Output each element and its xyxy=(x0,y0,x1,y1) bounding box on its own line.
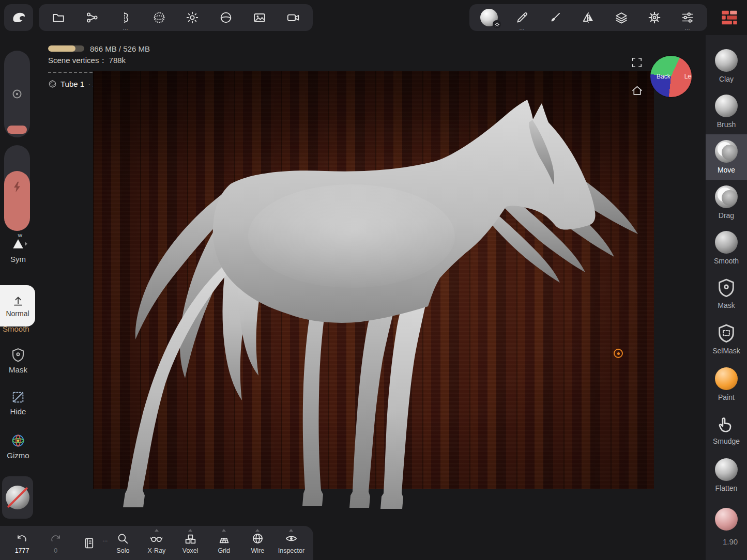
wire-label: Wire xyxy=(251,547,264,554)
history-book-icon xyxy=(83,537,96,550)
more-options-dots: … xyxy=(519,25,525,30)
matcap-preview-button[interactable] xyxy=(477,5,501,30)
undo-button[interactable]: 1777 xyxy=(6,532,38,554)
scene-graph-button[interactable] xyxy=(80,5,104,30)
hide-mode-button[interactable]: Hide xyxy=(4,390,32,416)
layers-icon xyxy=(615,11,628,24)
tool-smooth[interactable]: Smooth xyxy=(706,225,747,271)
tool-clay[interactable]: Clay xyxy=(706,43,747,89)
scene-vertices-value: 788k xyxy=(109,56,126,65)
lighting-sun-icon xyxy=(186,11,199,24)
xray-label: X-Ray xyxy=(148,547,166,554)
submenu-caret-icon xyxy=(222,529,226,532)
no-sculpt-tool-button[interactable] xyxy=(2,476,33,519)
intensity-radio-icon xyxy=(11,88,23,100)
orientation-trackball[interactable]: Back Le xyxy=(650,56,692,97)
inspector-label: Inspector xyxy=(278,547,304,554)
tool-selmask[interactable]: SelMask xyxy=(706,316,747,362)
submenu-caret-icon xyxy=(188,529,192,532)
radius-slider-fill[interactable] xyxy=(4,171,30,231)
object-name: Tube 1 xyxy=(60,80,84,88)
symmetry-triangle-icon xyxy=(11,237,25,250)
gizmo-label: Gizmo xyxy=(7,451,29,460)
app-window: … xyxy=(0,0,747,560)
tool-drag[interactable]: Drag xyxy=(706,180,747,225)
voxel-cubes-icon xyxy=(184,532,197,545)
stroke-button[interactable]: … xyxy=(510,5,534,30)
tool-brush[interactable]: Brush xyxy=(706,89,747,134)
falloff-brush-icon xyxy=(548,11,562,24)
zoom-level-text: 1.90 xyxy=(723,537,738,546)
layers-button[interactable] xyxy=(609,5,633,30)
more-options-dots: … xyxy=(123,25,129,30)
memory-usage-bar xyxy=(48,45,84,52)
brush-cursor xyxy=(614,349,623,358)
mask-shield-icon xyxy=(716,277,737,298)
tool-smudge[interactable]: Smudge xyxy=(706,407,747,453)
magnifier-icon xyxy=(116,532,129,545)
files-button[interactable] xyxy=(47,5,70,30)
adjust-sliders-icon xyxy=(681,11,694,24)
xray-button[interactable]: X-Ray xyxy=(141,532,173,554)
tool-paint[interactable]: Paint xyxy=(706,362,747,407)
symmetry-toggle-button[interactable]: W Sym xyxy=(4,237,32,263)
brush-settings-toolbar: … xyxy=(469,4,707,31)
camera-button[interactable] xyxy=(281,5,305,30)
settings-button[interactable] xyxy=(643,5,666,30)
primitive-shape-button[interactable]: … xyxy=(114,5,138,30)
voxel-button[interactable]: Voxel xyxy=(174,532,206,554)
inspector-button[interactable]: Inspector xyxy=(275,532,307,554)
hide-dotted-icon xyxy=(11,390,25,405)
viewport-background[interactable] xyxy=(93,71,654,489)
scene-toolbar: … xyxy=(39,4,313,31)
tool-next-partial[interactable] xyxy=(706,498,747,543)
symmetry-button[interactable] xyxy=(576,5,600,30)
fullscreen-button[interactable] xyxy=(630,56,644,69)
home-icon xyxy=(631,85,643,97)
files-icon xyxy=(52,11,65,24)
gizmo-button[interactable]: Gizmo xyxy=(4,433,32,460)
wire-sphere-icon xyxy=(251,532,264,545)
submenu-caret-icon xyxy=(255,529,260,532)
tool-flatten[interactable]: Flatten xyxy=(706,453,747,498)
material-sphere-icon xyxy=(219,11,233,24)
adjust-button[interactable]: … xyxy=(676,5,699,30)
drag-sphere-icon xyxy=(715,185,738,208)
radius-slider[interactable] xyxy=(4,145,30,231)
symmetry-mirror-icon xyxy=(582,11,595,24)
tool-mask[interactable]: Mask xyxy=(706,271,747,316)
background-button[interactable] xyxy=(248,5,271,30)
selmask-shield-icon xyxy=(716,323,737,344)
scene-graph-icon xyxy=(85,11,99,24)
trackball-back-label: Back xyxy=(657,73,670,80)
topology-sphere-icon xyxy=(153,11,166,24)
intensity-slider-fill[interactable] xyxy=(7,126,27,134)
submenu-caret-icon xyxy=(155,529,159,532)
matcap-gear-badge xyxy=(493,20,501,28)
voxel-label: Voxel xyxy=(182,547,199,554)
intensity-slider[interactable] xyxy=(4,51,30,137)
mask-shield-icon xyxy=(10,347,26,363)
trackball-left-label: Le xyxy=(684,73,691,80)
solo-label: Solo xyxy=(116,547,129,554)
solo-button[interactable]: Solo xyxy=(107,532,139,554)
brush-sphere-icon xyxy=(715,95,738,117)
mask-label: Mask xyxy=(9,365,27,374)
memory-usage-text: 866 MB / 526 MB xyxy=(90,44,150,53)
falloff-button[interactable] xyxy=(543,5,567,30)
wire-button[interactable]: Wire xyxy=(241,532,273,554)
home-view-button[interactable] xyxy=(630,84,644,97)
topology-button[interactable] xyxy=(147,5,171,30)
mask-mode-button[interactable]: Mask xyxy=(4,347,32,374)
hide-label: Hide xyxy=(10,407,26,416)
redo-button[interactable]: 0 xyxy=(40,532,72,554)
tool-sidebar: Clay Brush Move Drag Smooth Mask xyxy=(706,35,747,560)
multires-button[interactable] xyxy=(716,5,742,30)
lighting-button[interactable] xyxy=(180,5,204,30)
grid-button[interactable]: Grid xyxy=(208,532,240,554)
history-button[interactable]: … xyxy=(73,537,105,550)
stroke-mode-normal-button[interactable]: Normal xyxy=(0,285,35,326)
material-button[interactable] xyxy=(214,5,238,30)
app-logo-button[interactable] xyxy=(4,4,33,31)
tool-move[interactable]: Move xyxy=(706,134,747,180)
